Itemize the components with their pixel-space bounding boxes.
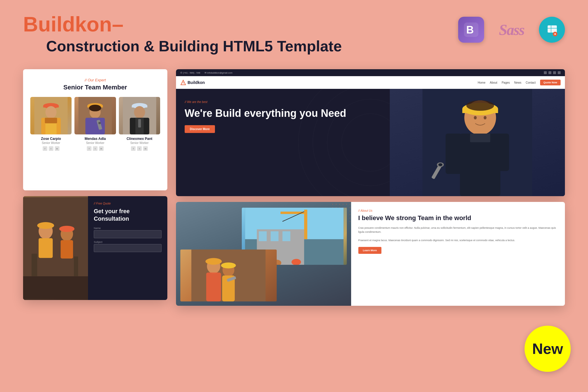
about-eyebrow: // About Us <box>358 209 558 212</box>
tw-icon-1[interactable]: t <box>49 146 53 151</box>
svg-rect-39 <box>31 254 37 276</box>
site-logo-text: Buildkon <box>188 80 205 85</box>
hero-title: We're Build everything you Need <box>185 107 556 119</box>
svg-rect-40 <box>74 256 78 276</box>
team-eyebrow: // Our Expert <box>30 78 160 82</box>
email-text: ✉ infobuildkon@gmail.com <box>205 72 233 74</box>
svg-rect-68 <box>271 231 278 241</box>
about-mockup: // About Us I believe We strong Team in … <box>176 202 565 306</box>
tw-social-icon[interactable] <box>548 71 551 74</box>
svg-text:B: B <box>466 24 474 36</box>
member-social-3: f t in <box>119 146 160 151</box>
svg-point-74 <box>205 258 222 265</box>
member-role-3: Senior Worker <box>119 141 160 145</box>
quote-title: Get your free Consultation <box>94 207 162 222</box>
tech-icons-group: B Sass <box>458 17 565 43</box>
fb-icon-3[interactable]: f <box>131 146 136 151</box>
name-input[interactable] <box>94 230 162 238</box>
tw-icon-3[interactable]: t <box>137 146 142 151</box>
tw-icon-2[interactable]: t <box>93 146 98 151</box>
member-photo-1 <box>30 97 72 134</box>
member-name-1: Zose Carpio <box>30 137 72 141</box>
fb-social-icon[interactable] <box>544 71 547 74</box>
member-role-1: Senior Worker <box>30 141 72 145</box>
svg-point-27 <box>134 106 145 118</box>
svg-rect-34 <box>39 238 53 258</box>
site-navbar: Buildkon Home About Pages News Contact Q… <box>176 76 565 89</box>
quote-workers-bg <box>23 196 88 300</box>
site-logo[interactable]: Buildkon <box>180 80 205 85</box>
subject-label: Subject <box>94 241 162 243</box>
ig-icon-3[interactable]: in <box>143 146 148 151</box>
new-badge: New <box>525 326 571 372</box>
svg-rect-63 <box>304 210 307 239</box>
quote-photo <box>23 196 88 300</box>
page-subtitle: Construction & Building HTML5 Template <box>23 35 365 63</box>
svg-point-12 <box>45 106 57 118</box>
quote-card: // Free Quote Get your free Consultation… <box>23 196 167 300</box>
subject-input[interactable] <box>94 244 162 252</box>
bootstrap-icon: B <box>458 17 484 43</box>
discover-more-button[interactable]: Discover More <box>185 125 215 133</box>
sass-text: Sass <box>499 21 524 38</box>
about-image-col <box>176 202 351 306</box>
fb-icon-2[interactable]: f <box>87 146 91 151</box>
member-social-1: f t in <box>30 146 72 151</box>
about-body-2: Praesent et magna lacus. Maecenas tincid… <box>358 238 558 242</box>
team-members-row: Zose Carpio Senior Worker f t in <box>30 97 160 151</box>
nav-pages[interactable]: Pages <box>502 81 510 84</box>
svg-rect-69 <box>282 231 290 241</box>
member-photo-3 <box>119 97 160 134</box>
member-photo-2 <box>74 97 116 134</box>
design-tool-icon <box>539 17 565 43</box>
nav-contact[interactable]: Contact <box>526 81 535 84</box>
svg-rect-21 <box>85 118 105 134</box>
team-member-2: Mendas Adla Senior Worker f t in <box>74 97 116 151</box>
svg-point-33 <box>37 222 54 229</box>
ig-social-icon[interactable] <box>553 71 556 74</box>
svg-rect-30 <box>138 119 141 127</box>
svg-rect-15 <box>45 118 57 123</box>
svg-rect-3 <box>548 25 557 33</box>
ig-icon-2[interactable]: in <box>99 146 104 151</box>
header-area: Buildkon– Construction & Building HTML5 … <box>0 0 588 69</box>
construction-image-2 <box>180 250 277 301</box>
svg-rect-37 <box>61 240 73 259</box>
member-name-2: Mendas Adla <box>74 137 116 141</box>
site-topbar: ✆ (+41 - 589) - 548 ✉ infobuildkon@gmail… <box>176 69 565 76</box>
site-nav-links: Home About Pages News Contact Quote Now <box>478 80 561 85</box>
team-member-3: Clinexmex Pant Senior Worker f t in <box>119 97 160 151</box>
nav-about[interactable]: About <box>490 81 497 84</box>
svg-rect-67 <box>259 231 267 241</box>
quote-now-button[interactable]: Quote Now <box>540 80 561 85</box>
topbar-contact: ✆ (+41 - 589) - 548 ✉ infobuildkon@gmail… <box>180 72 233 74</box>
team-card: // Our Expert Senior Team Member <box>23 69 167 190</box>
about-content-col: // About Us I believe We strong Team in … <box>351 202 565 306</box>
svg-rect-23 <box>99 122 101 124</box>
nav-home[interactable]: Home <box>478 81 486 84</box>
site-hero: // We are the best We're Build everythin… <box>176 89 565 196</box>
about-title: I believe We strong Team in the world <box>358 214 558 222</box>
svg-rect-38 <box>23 276 88 299</box>
quote-content: // Free Quote Get your free Consultation… <box>88 196 167 300</box>
svg-rect-75 <box>206 273 221 301</box>
team-member-1: Zose Carpio Senior Worker f t in <box>30 97 72 151</box>
learn-more-button[interactable]: Learn More <box>358 247 382 254</box>
about-body-1: Cras posuere condimentum mauris non effi… <box>358 226 558 234</box>
member-role-2: Senior Worker <box>74 141 116 145</box>
hero-content: // We are the best We're Build everythin… <box>176 89 565 196</box>
nav-news[interactable]: News <box>514 81 521 84</box>
hero-eyebrow: // We are the best <box>185 100 556 104</box>
left-column: // Our Expert Senior Team Member <box>23 69 167 329</box>
fb-icon-1[interactable]: f <box>43 146 47 151</box>
ig-icon-1[interactable]: in <box>55 146 59 151</box>
topbar-social <box>544 71 561 74</box>
svg-point-36 <box>59 226 74 232</box>
phone-text: ✆ (+41 - 589) - 548 <box>180 72 200 74</box>
website-mockup: ✆ (+41 - 589) - 548 ✉ infobuildkon@gmail… <box>176 69 565 196</box>
new-badge-text: New <box>532 340 563 357</box>
member-name-3: Clinexmex Pant <box>119 137 160 141</box>
quote-eyebrow: // Free Quote <box>94 202 162 205</box>
screenshots-area: // Our Expert Senior Team Member <box>0 69 588 329</box>
li-social-icon[interactable] <box>558 71 561 74</box>
